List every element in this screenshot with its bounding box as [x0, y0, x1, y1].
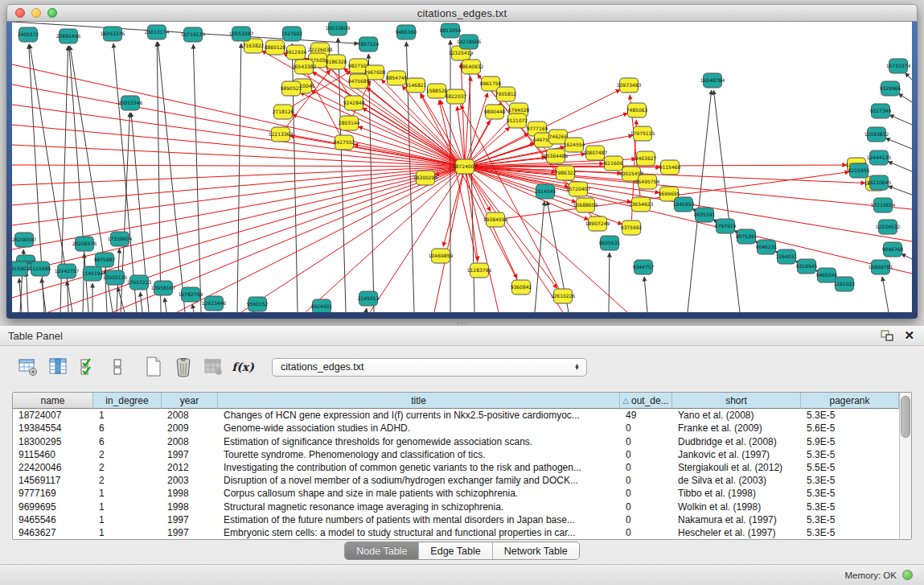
- graph-edge[interactable]: [192, 304, 194, 312]
- table-cell[interactable]: Estimation of the future numbers of pati…: [218, 513, 620, 526]
- column-visibility-button[interactable]: [46, 355, 70, 379]
- row-options-button[interactable]: [105, 355, 129, 379]
- table-cell[interactable]: 1998: [162, 487, 218, 500]
- graph-edge[interactable]: [165, 298, 166, 312]
- graph-edge[interactable]: [434, 171, 464, 312]
- table-row[interactable]: 946554611997Estimation of the future num…: [13, 513, 899, 526]
- table-row[interactable]: 1456911722003Disruption of a novel membe…: [13, 474, 899, 487]
- table-mode-button[interactable]: [16, 355, 40, 379]
- graph-edge[interactable]: [888, 162, 912, 171]
- table-cell[interactable]: Changes of HCN gene expression and I(f) …: [218, 409, 620, 422]
- minimize-window-button[interactable]: [31, 8, 41, 18]
- new-column-button[interactable]: [142, 355, 166, 379]
- table-cell[interactable]: 5.3E-5: [801, 500, 899, 513]
- table-cell[interactable]: 19384554: [13, 422, 93, 435]
- table-cell[interactable]: 1: [93, 526, 162, 539]
- table-cell[interactable]: 6: [93, 422, 162, 435]
- graph-edge[interactable]: [885, 138, 912, 149]
- tab-node-table[interactable]: Node Table: [345, 542, 419, 559]
- table-cell[interactable]: Yano et al. (2008): [672, 409, 801, 422]
- graph-edge[interactable]: [644, 277, 647, 312]
- table-cell[interactable]: Estimation of significance thresholds fo…: [218, 435, 620, 447]
- table-cell[interactable]: 1: [93, 409, 162, 422]
- table-cell[interactable]: 5.3E-5: [801, 487, 899, 500]
- table-row[interactable]: 977716911998Corpus callosum shape and si…: [13, 487, 899, 500]
- graph-edge[interactable]: [905, 72, 912, 80]
- table-cell[interactable]: 9777169: [13, 487, 93, 500]
- table-cell[interactable]: 0: [620, 435, 672, 447]
- table-cell[interactable]: Corpus callosum shape and size in male p…: [218, 487, 620, 500]
- table-cell[interactable]: 2012: [162, 461, 218, 474]
- table-row[interactable]: 911546021997Tourette syndrome. Phenomeno…: [13, 448, 899, 461]
- table-cell[interactable]: Franke et al. (2009): [672, 422, 801, 435]
- table-cell[interactable]: 9463627: [13, 526, 93, 539]
- graph-edge[interactable]: [901, 253, 912, 259]
- table-cell[interactable]: 2: [93, 448, 162, 461]
- column-selection-button[interactable]: [76, 355, 100, 379]
- graph-edge[interactable]: [535, 201, 544, 312]
- close-window-button[interactable]: [15, 8, 25, 18]
- table-cell[interactable]: 0: [620, 500, 672, 513]
- table-selector-dropdown[interactable]: citations_edges.txt ▲▼: [272, 358, 587, 377]
- graph-edge[interactable]: [290, 136, 460, 166]
- table-cell[interactable]: 2008: [162, 435, 218, 447]
- table-cell[interactable]: 5.3E-5: [801, 474, 899, 487]
- table-cell[interactable]: 1: [93, 487, 162, 500]
- graph-edge[interactable]: [609, 253, 610, 312]
- table-cell[interactable]: Tourette syndrome. Phenomenology and cla…: [218, 448, 620, 461]
- table-row[interactable]: 969969511998Structural magnetic resonanc…: [13, 500, 899, 513]
- graph-edge[interactable]: [468, 117, 512, 163]
- graph-edge[interactable]: [713, 90, 740, 312]
- table-cell[interactable]: 0: [620, 448, 672, 461]
- table-cell[interactable]: 1: [93, 513, 162, 526]
- graph-edge[interactable]: [898, 93, 912, 102]
- column-header-pagerank[interactable]: pagerank: [801, 393, 899, 409]
- vertical-scrollbar[interactable]: [899, 393, 911, 539]
- graph-edge[interactable]: [83, 253, 84, 312]
- graph-edge[interactable]: [888, 186, 912, 195]
- table-row[interactable]: 1872400712008Changes of HCN gene express…: [13, 409, 899, 422]
- tab-edge-table[interactable]: Edge Table: [419, 542, 492, 559]
- table-cell[interactable]: 1998: [162, 500, 218, 513]
- table-row[interactable]: 946362711997Embryonic stem cells: a mode…: [13, 526, 899, 539]
- tab-network-table[interactable]: Network Table: [493, 542, 579, 559]
- scrollbar-thumb[interactable]: [901, 396, 910, 438]
- table-cell[interactable]: 5.3E-5: [801, 409, 899, 422]
- network-canvas[interactable]: 1872400771638228860128891293422226038927…: [12, 22, 912, 312]
- table-cell[interactable]: 2009: [162, 422, 218, 435]
- graph-edge[interactable]: [140, 292, 142, 312]
- table-cell[interactable]: Wolkin et al. (1998): [672, 500, 801, 513]
- table-cell[interactable]: Jankovic et al. (1997): [672, 448, 801, 461]
- graph-edge[interactable]: [158, 42, 185, 312]
- table-cell[interactable]: 18724007: [13, 409, 93, 422]
- float-window-icon[interactable]: [880, 329, 894, 342]
- graph-edge[interactable]: [470, 167, 912, 274]
- table-cell[interactable]: Dudbridge et al. (2008): [672, 435, 801, 447]
- table-cell[interactable]: Stergiakouli et al. (2012): [672, 461, 801, 474]
- table-cell[interactable]: de Silva et al. (2003): [672, 474, 801, 487]
- table-cell[interactable]: 1: [93, 500, 162, 513]
- graph-edge[interactable]: [237, 43, 241, 312]
- graph-edge[interactable]: [193, 44, 201, 312]
- table-cell[interactable]: Embryonic stem cells: a model to study s…: [218, 526, 620, 539]
- table-cell[interactable]: Nakamura et al. (1997): [672, 513, 801, 526]
- graph-edge[interactable]: [12, 105, 460, 166]
- function-builder-button[interactable]: f(x): [231, 355, 255, 379]
- table-cell[interactable]: 2003: [162, 474, 218, 487]
- table-cell[interactable]: 0: [620, 474, 672, 487]
- table-cell[interactable]: 5.9E-5: [801, 435, 899, 447]
- graph-edge[interactable]: [366, 308, 367, 312]
- table-cell[interactable]: 5.6E-5: [801, 422, 899, 435]
- table-cell[interactable]: 9115460: [13, 448, 93, 461]
- close-panel-icon[interactable]: ✕: [902, 330, 916, 341]
- column-header-in-degree[interactable]: in_degree: [93, 393, 162, 409]
- graph-edge[interactable]: [12, 165, 460, 167]
- table-cell[interactable]: 22420046: [13, 461, 93, 474]
- column-header-name[interactable]: name: [13, 393, 93, 409]
- window-titlebar[interactable]: citations_edges.txt: [6, 4, 918, 22]
- table-cell[interactable]: 0: [620, 513, 672, 526]
- table-row[interactable]: 1938455462009Genome-wide association stu…: [13, 422, 899, 435]
- table-cell[interactable]: Structural magnetic resonance image aver…: [218, 500, 620, 513]
- table-cell[interactable]: 0: [620, 422, 672, 435]
- column-header-title[interactable]: title: [218, 393, 620, 409]
